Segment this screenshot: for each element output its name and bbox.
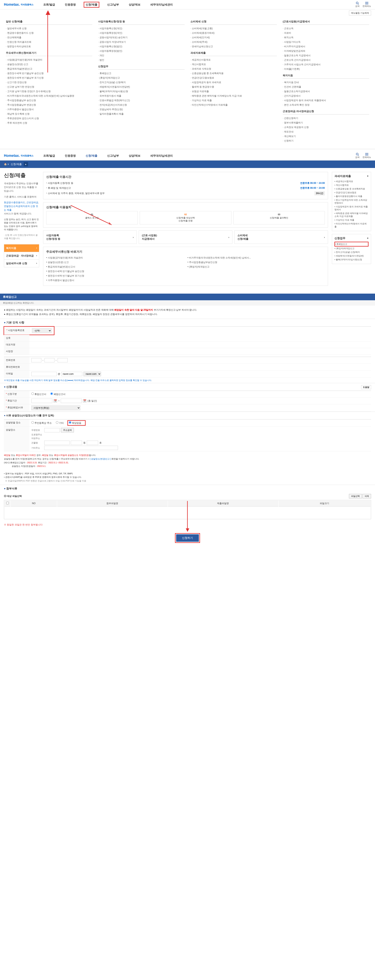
nav-report[interactable]: 신고/납부 (105, 153, 121, 159)
list-item[interactable]: 주사업장총괄납부승인신청 (188, 260, 325, 265)
box-bizreg[interactable]: 사업자등록 신청/정정 등› (43, 231, 137, 244)
tel-2[interactable] (44, 358, 54, 363)
list-item[interactable]: 계산해보기 (283, 134, 369, 138)
file-select-button[interactable]: 파일선택 (349, 494, 362, 498)
nav-consult[interactable]: 상담/제보 (127, 153, 143, 159)
list-item[interactable]: 공동사업자 저장내역보기 (98, 40, 184, 44)
list-item[interactable]: 사업자등록신청(법인) (98, 44, 184, 49)
dong[interactable] (71, 441, 82, 445)
list-item[interactable]: 휴폐업신고 (98, 71, 184, 76)
list-item[interactable]: 외부위원지원서 제출 (98, 94, 184, 98)
list-item[interactable]: 세법해석(서면질의/사전답변) (98, 85, 184, 89)
list-item[interactable]: 원천징수세액 반기별납부 포기신청 (6, 76, 92, 80)
list-item[interactable]: (휴업자)재개업신고 (188, 265, 325, 269)
nav-consult[interactable]: 상담/제보 (127, 2, 143, 8)
help-button[interactable]: 도움말 (361, 385, 371, 389)
list-item[interactable]: 보험금 자료제출 (191, 89, 277, 94)
list-item[interactable]: 사업및기타소득 (283, 40, 369, 44)
list-item[interactable]: 주류관련면허 검인스티커 신청 (6, 116, 92, 121)
etc-addr[interactable] (44, 446, 118, 450)
list-item[interactable]: 과세자료 삭제요청 (191, 67, 277, 71)
list-item[interactable]: 사업장제공자 등의 과세자료 제출명세서 (334, 205, 369, 212)
allmenu-icon[interactable]: 전체메뉴 (362, 2, 371, 8)
list-item[interactable]: 연금/건강/고용보험료 (334, 191, 369, 194)
list-item[interactable]: 타인신탁재산수탁명세서 자료제출 (191, 103, 277, 107)
addr-search-button[interactable]: 주소검색 (61, 428, 74, 433)
submit-button[interactable]: 신청하기 (176, 534, 199, 542)
list-item[interactable]: 연금/건강/고용보험료 (191, 76, 277, 80)
list-item[interactable]: 신고기한 연장신청 (6, 80, 92, 85)
list-item[interactable]: 중소기업취업자에 대한 소득세감면명세서 (334, 198, 369, 205)
box-consume[interactable]: 소비제세 신청/제출› (234, 231, 328, 244)
list-item[interactable]: 소비제세(인지세) (191, 35, 277, 40)
list-item[interactable]: 일용근로소득지급명세서 (283, 89, 369, 94)
list-item[interactable]: 민원신청 처리결과조회 (6, 40, 92, 44)
email-domain[interactable] (61, 372, 82, 376)
radio-close-temp[interactable]: 휴업신고서 (31, 392, 46, 396)
ho[interactable] (87, 441, 98, 445)
nav-agent[interactable]: 세무대리/납세관리 (148, 2, 175, 8)
list-item[interactable]: 거주자의 사업소득 간이지급명세서 (283, 62, 369, 67)
radio-none[interactable]: 해당없음 (69, 422, 81, 424)
list-item[interactable]: 공동사업자(대표) 승인하기 (98, 35, 184, 40)
logo[interactable]: Hometax. 국세청홈택스 (4, 154, 33, 158)
list-item[interactable]: 불복(과적/이의/심사등)신청 (334, 258, 369, 261)
list-item[interactable]: 거주자증명서 발급신청서 (46, 278, 184, 283)
postcode[interactable] (44, 428, 60, 433)
list-item[interactable]: 민원서류발급 제한(해지신고) (98, 98, 184, 103)
list-item[interactable]: 계산서합계표 (334, 183, 369, 187)
list-item[interactable]: 이자배당및연금계좌 (283, 49, 369, 53)
reason-select[interactable]: 사업부진(휴업) (31, 406, 80, 410)
list-item[interactable]: 법인 (98, 58, 184, 62)
nav-query[interactable]: 조회/발급 (41, 2, 57, 8)
list-item[interactable]: 방문접수처리상태조회 (6, 44, 92, 49)
calendar-icon[interactable]: 📅 (83, 399, 86, 402)
list-item[interactable]: 원천징수세액 반기별납부 승인신청 (6, 71, 92, 76)
chevron-right-icon[interactable]: ▸ (24, 162, 28, 166)
list-item[interactable]: 개인 (98, 53, 184, 58)
list-item[interactable]: 첨부서류제출하기 (283, 121, 369, 125)
list-item[interactable]: 근로소득 (283, 26, 369, 31)
list-item[interactable]: (휴업자)재개업신고 (334, 247, 369, 250)
nav-query[interactable]: 조회/발급 (41, 153, 57, 159)
list-item[interactable]: 주류 제조면허 신청 (6, 121, 92, 125)
list-item[interactable]: 송달장소(변경) 신고 (46, 260, 184, 265)
list-item[interactable]: 인건비 간편제출 (283, 85, 369, 89)
list-item[interactable]: 현금영수증전용카드 신청 (6, 31, 92, 35)
search-icon[interactable]: 검색 (355, 153, 359, 159)
list-item[interactable]: 제도안내 (283, 130, 369, 134)
select-all-checkbox[interactable] (6, 502, 9, 504)
list-item[interactable]: 계산서합계표 (191, 62, 277, 67)
list-item[interactable]: 가상자산 자료 제출 (334, 218, 369, 222)
list-item[interactable]: 복지이음 안내 (283, 80, 369, 85)
list-item[interactable]: 환급계좌개설(변경)신고 (6, 67, 92, 71)
list-item[interactable]: 사업자등록정정(개인) (98, 31, 184, 35)
sidebar-item-welfare[interactable]: 복지이음› (4, 244, 39, 252)
list-item[interactable]: 세금계산서합계표 (334, 180, 369, 183)
email-domain-select[interactable]: naver.com (83, 372, 101, 376)
list-item[interactable]: 사업장제공자 등의 과세자료 제출명세서 (283, 98, 369, 103)
list-item[interactable]: 출자지분등변경통지서 제출 (334, 194, 369, 198)
list-item[interactable]: 사업자등록신청(개인) (98, 26, 184, 31)
list-item[interactable]: 전자고지(송달) 신청/해지 (334, 250, 369, 254)
list-item[interactable]: 일반세무서류 신청 (6, 26, 92, 31)
list-item[interactable]: 주사업장총괄납부 승인신청 (6, 98, 92, 103)
list-item[interactable]: 사업용(공익법인용)계좌 개설관리 (6, 57, 92, 62)
list-item[interactable]: 소비제세(주세) (191, 40, 277, 44)
list-item[interactable]: 주사업장총괄납부 변경신청 (6, 103, 92, 107)
plus-icon[interactable]: + (367, 175, 369, 178)
calendar-icon[interactable]: 📅 (54, 399, 57, 402)
list-item[interactable]: (휴업자)재개업신고 (98, 76, 184, 80)
list-item[interactable]: 가상자산 자료 제출 (191, 98, 277, 103)
list-item[interactable]: 일용근로소득 지급명세서 (283, 53, 369, 58)
list-item[interactable]: 예탁증권 관련 예탁자별 이자배당소득 지급 자료 (191, 94, 277, 98)
list-item[interactable]: 근로소득 간이지급명세서 (283, 58, 369, 62)
list-item[interactable]: 고지분 납부기한등 연장(구.징수유예)신청 (6, 89, 92, 94)
list-item[interactable]: 사업자등록정정(법인) (98, 49, 184, 53)
list-item[interactable]: 환급계좌개설(변경)신고서 (46, 265, 184, 269)
list-item[interactable]: 체납액 징수특례 신청 (6, 112, 92, 116)
list-item[interactable]: 미제출(기한후) (283, 67, 369, 72)
list-item[interactable]: 면세미납세신청신고 (191, 44, 277, 49)
list-item[interactable]: 비거주자지급명세서 (283, 44, 369, 49)
list-item[interactable]: 소비제세(개별,교통) (191, 26, 277, 31)
